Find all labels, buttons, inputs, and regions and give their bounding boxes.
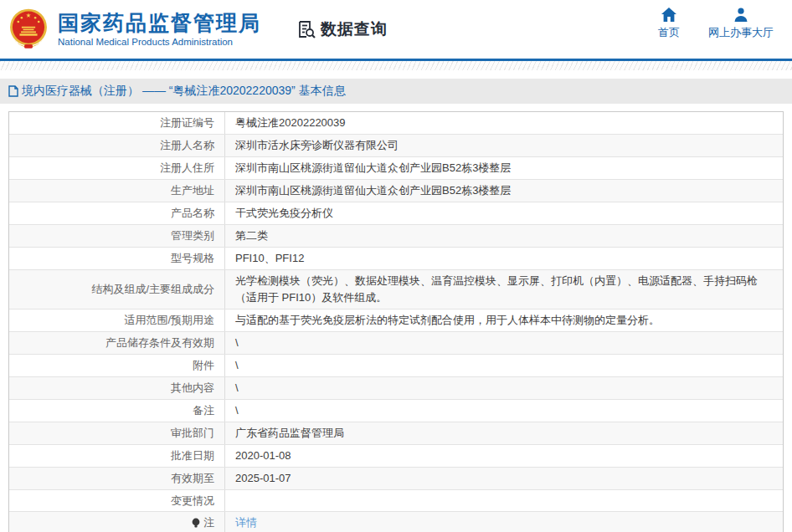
row-label: 注册人名称 [9, 135, 225, 156]
row-value: \ [225, 332, 783, 354]
row-label-text: 产品名称 [171, 206, 214, 221]
row-value: 干式荧光免疫分析仪 [225, 202, 783, 224]
detail-link[interactable]: 详情 [235, 514, 257, 531]
table-row: 管理类别第二类 [9, 224, 783, 247]
row-label: 产品储存条件及有效期 [9, 332, 225, 354]
table-row: 注册人住所深圳市南山区桃源街道留仙大道众创产业园B52栋3楼整层 [9, 156, 783, 179]
row-value-text: 光学检测模块（荧光）、数据处理模块、温育温控模块、显示屏、打印机（内置）、电源适… [235, 273, 773, 306]
row-label-text: 附件 [193, 358, 214, 373]
hatch-band [0, 61, 792, 70]
row-value-text: 2025-01-07 [235, 470, 291, 487]
row-value-text: 粤械注准20202220039 [235, 115, 346, 131]
logo-subtitle: National Medical Products Administration [58, 37, 261, 47]
header-nav: 首页 网上办事大厅 [658, 8, 774, 40]
logo-title: 国家药品监督管理局 [58, 12, 261, 35]
table-row: 有效期至2025-01-07 [9, 467, 783, 489]
row-value-text: PFI10、PFI12 [235, 250, 304, 267]
row-value [225, 490, 783, 511]
row-label-text: 注 [203, 515, 214, 530]
row-label: 有效期至 [9, 468, 225, 489]
row-label: 生产地址 [9, 180, 225, 202]
table-row: 批准日期2020-01-08 [9, 444, 783, 467]
info-table: 注册证编号粤械注准20202220039注册人名称深圳市活水床旁诊断仪器有限公司… [8, 111, 784, 532]
row-value-text: 深圳市活水床旁诊断仪器有限公司 [235, 137, 399, 154]
data-query-label: 数据查询 [321, 18, 388, 40]
user-icon [733, 8, 748, 22]
table-row: 生产地址深圳市南山区桃源街道留仙大道众创产业园B52栋3楼整层 [9, 179, 783, 202]
nav-home-label: 首页 [658, 25, 680, 40]
document-icon [8, 85, 18, 97]
row-value: \ [225, 355, 783, 376]
row-label-text: 变更情况 [171, 494, 214, 509]
row-label-text: 有效期至 [171, 471, 214, 486]
row-label: 管理类别 [9, 225, 225, 247]
document-search-icon [296, 19, 316, 39]
row-value: 深圳市活水床旁诊断仪器有限公司 [225, 135, 783, 156]
table-row: 结构及组成/主要组成成分光学检测模块（荧光）、数据处理模块、温育温控模块、显示屏… [9, 269, 783, 309]
table-row: 产品名称干式荧光免疫分析仪 [9, 202, 783, 224]
row-value: 粤械注准20202220039 [225, 112, 783, 134]
logo-text: 国家药品监督管理局 National Medical Products Admi… [58, 12, 261, 48]
row-label: 注 [9, 512, 225, 532]
row-value-text: \ [235, 402, 239, 419]
table-row: 附件\ [9, 354, 783, 376]
nav-home[interactable]: 首页 [658, 8, 680, 40]
row-label: 备注 [9, 400, 225, 422]
row-value-text: \ [235, 357, 239, 374]
row-label-text: 注册人住所 [160, 161, 214, 176]
table-row: 注册证编号粤械注准20202220039 [9, 112, 783, 134]
row-value: 深圳市南山区桃源街道留仙大道众创产业园B52栋3楼整层 [225, 157, 783, 179]
table-row: 变更情况 [9, 489, 783, 511]
row-value-text: 深圳市南山区桃源街道留仙大道众创产业园B52栋3楼整层 [235, 182, 511, 199]
row-value-text: 与适配的基于荧光免疫层析法的特定试剂配合使用，用于人体样本中待测物的定量分析。 [235, 312, 660, 329]
nav-service-hall[interactable]: 网上办事大厅 [708, 8, 774, 40]
row-value-text: 干式荧光免疫分析仪 [235, 205, 333, 222]
breadcrumb: 境内医疗器械（注册） —— “粤械注准20202220039” 基本信息 [8, 84, 346, 99]
row-value: \ [225, 400, 783, 422]
page-header: 国家药品监督管理局 National Medical Products Admi… [0, 0, 792, 59]
row-label-text: 产品储存条件及有效期 [105, 335, 214, 350]
row-label: 变更情况 [9, 490, 225, 511]
row-label-text: 批准日期 [171, 448, 214, 463]
row-value-text: 2020-01-08 [235, 448, 291, 464]
row-label-text: 结构及组成/主要组成成分 [91, 282, 214, 297]
row-value: 第二类 [225, 225, 783, 247]
row-label: 附件 [9, 355, 225, 376]
row-label: 注册证编号 [9, 112, 225, 134]
table-row: 适用范围/预期用途与适配的基于荧光免疫层析法的特定试剂配合使用，用于人体样本中待… [9, 309, 783, 331]
home-icon [661, 8, 676, 22]
row-label: 产品名称 [9, 202, 225, 224]
row-value: 2025-01-07 [225, 468, 783, 489]
bulb-icon [191, 518, 201, 529]
row-label: 结构及组成/主要组成成分 [9, 270, 225, 309]
nav-service-hall-label: 网上办事大厅 [708, 25, 774, 40]
row-label: 适用范围/预期用途 [9, 309, 225, 331]
row-value-text: \ [235, 380, 239, 396]
row-label-text: 型号规格 [171, 251, 214, 266]
row-label: 审批部门 [9, 422, 225, 444]
national-emblem-icon [7, 6, 50, 53]
row-label-text: 生产地址 [171, 183, 214, 198]
row-value: 光学检测模块（荧光）、数据处理模块、温育温控模块、显示屏、打印机（内置）、电源适… [225, 270, 783, 309]
row-label: 型号规格 [9, 248, 225, 269]
row-value: 深圳市南山区桃源街道留仙大道众创产业园B52栋3楼整层 [225, 180, 783, 202]
row-value: PFI10、PFI12 [225, 248, 783, 269]
row-value: 2020-01-08 [225, 445, 783, 467]
breadcrumb-text: 境内医疗器械（注册） —— “粤械注准20202220039” 基本信息 [22, 84, 346, 99]
table-row: 产品储存条件及有效期\ [9, 331, 783, 354]
table-row: 其他内容\ [9, 376, 783, 399]
row-label-text: 备注 [193, 403, 214, 418]
row-value: 与适配的基于荧光免疫层析法的特定试剂配合使用，用于人体样本中待测物的定量分析。 [225, 309, 783, 331]
row-label-text: 管理类别 [171, 228, 214, 243]
row-label-text: 注册人名称 [160, 138, 214, 153]
row-label: 批准日期 [9, 445, 225, 467]
row-value-text: 广东省药品监督管理局 [235, 425, 344, 442]
row-value-text: 第二类 [235, 228, 268, 244]
table-row: 注册人名称深圳市活水床旁诊断仪器有限公司 [9, 134, 783, 156]
nmpa-logo[interactable]: 国家药品监督管理局 National Medical Products Admi… [7, 6, 261, 53]
row-label: 注册人住所 [9, 157, 225, 179]
row-value-text: \ [235, 335, 239, 351]
row-value: 详情 [225, 512, 783, 532]
table-row: 审批部门广东省药品监督管理局 [9, 422, 783, 444]
breadcrumb-band: 境内医疗器械（注册） —— “粤械注准20202220039” 基本信息 [0, 79, 792, 104]
